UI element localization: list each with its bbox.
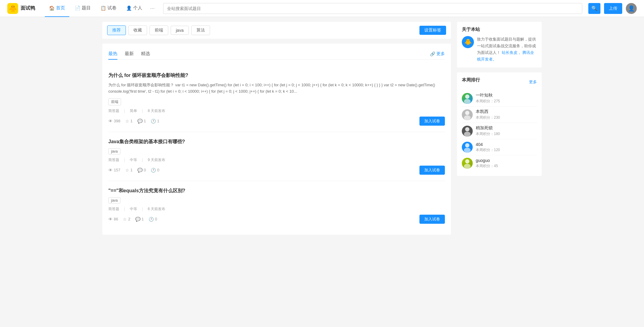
question-title[interactable]: "=="和equals方法究竟有什么区别?	[108, 187, 445, 194]
about-title: 关于本站	[462, 27, 537, 32]
comment-icon: 💬	[137, 168, 143, 173]
question-title[interactable]: 为什么 for 循环嵌套顺序会影响性能?	[108, 72, 445, 79]
rank-score-2: 本周积分：180	[476, 131, 537, 137]
question-meta: 简答题 | 中等 | 6 天前发布	[108, 206, 445, 212]
rank-info-4: guoguo 本周积分：45	[476, 158, 537, 169]
link-icon: 🔗	[430, 51, 435, 56]
about-link-1[interactable]: 站长鱼皮，	[502, 50, 521, 55]
stat-stars: ☆ 2	[123, 217, 130, 222]
q-tag[interactable]: java	[108, 197, 120, 203]
star-icon: ☆	[123, 217, 127, 222]
svg-point-7	[464, 148, 471, 153]
tab-hot[interactable]: 最热	[108, 48, 117, 60]
stats: 👁 86 ☆ 2 💬 1 🕐 0	[108, 217, 157, 222]
search-area	[163, 3, 582, 14]
question-title[interactable]: Java集合类框架的基本接口有哪些?	[108, 138, 445, 145]
rank-avatar-4	[462, 158, 473, 169]
sidebar: 关于本站 🐥 致力于收集面试题目与题解，提供一站式面试备战交流服务，助你成为面试…	[457, 22, 542, 235]
add-to-exam-button-0[interactable]: 加入试卷	[419, 117, 445, 126]
question-meta: 简答题 | 中等 | 9 天前发布	[108, 157, 445, 163]
add-to-exam-button-2[interactable]: 加入试卷	[419, 215, 445, 224]
tag-recommended[interactable]: 推荐	[107, 25, 126, 35]
stats: 👁 398 ☆ 1 💬 1 🕐 1	[108, 119, 159, 124]
svg-point-5	[464, 132, 471, 137]
nav-more[interactable]: ···	[148, 3, 157, 14]
content-area: 推荐 收藏 前端 java 算法 设置标签 最热 最新 精选 🔗 更多 为什么 …	[102, 22, 451, 235]
rank-score-1: 本周积分：230	[476, 115, 537, 120]
ranking-more-link[interactable]: 更多	[529, 79, 537, 85]
exams-icon: 📋	[100, 5, 106, 11]
rank-item: 本凯西 本周积分：230	[462, 107, 537, 123]
clock-icon: 🕐	[151, 168, 156, 173]
stat-clocks: 🕐 0	[149, 217, 157, 222]
question-meta: 简答题 | 简单 | 8 天前发布	[108, 108, 445, 114]
nav-item-profile[interactable]: 👤 个人	[122, 0, 146, 17]
nav-item-home[interactable]: 🏠 首页	[45, 0, 69, 17]
tag-java[interactable]: java	[171, 26, 189, 35]
main-nav: 🏠 首页 📄 题目 📋 试卷 👤 个人 ···	[45, 0, 157, 17]
svg-point-3	[464, 115, 471, 120]
meta-time: 8 天前发布	[148, 108, 165, 114]
clock-icon: 🕐	[151, 119, 156, 124]
about-text: 致力于收集面试题目与题解，提供一站式面试备战交流服务，助你成为面试达人！ 站长鱼…	[477, 36, 537, 63]
ranking-title: 本周排行	[462, 77, 480, 83]
search-input[interactable]	[163, 3, 582, 14]
set-tags-button[interactable]: 设置标签	[419, 26, 446, 35]
question-excerpt: 为什么 for 循环嵌套顺序会影响性能？ var t1 = new Date()…	[108, 82, 445, 95]
question-footer: 👁 157 ☆ 1 💬 0 🕐 0	[108, 166, 445, 175]
profile-icon: 👤	[126, 5, 132, 11]
avatar[interactable]: 👤	[626, 3, 637, 14]
stat-views: 👁 86	[108, 217, 118, 222]
tab-selected[interactable]: 精选	[141, 48, 150, 60]
home-icon: 🏠	[49, 5, 55, 11]
rank-name-4: guoguo	[476, 158, 537, 163]
star-icon: ☆	[125, 119, 129, 124]
avatar-image: 👤	[628, 5, 635, 12]
question-footer: 👁 86 ☆ 2 💬 1 🕐 0	[108, 215, 445, 224]
question-footer: 👁 398 ☆ 1 💬 1 🕐 1	[108, 117, 445, 126]
rank-name-0: 一叶知秋	[476, 93, 537, 98]
stat-stars: ☆ 1	[125, 119, 133, 124]
tag-favorites[interactable]: 收藏	[128, 25, 147, 35]
svg-point-0	[465, 94, 469, 99]
tab-latest[interactable]: 最新	[125, 48, 134, 60]
about-content: 🐥 致力于收集面试题目与题解，提供一站式面试备战交流服务，助你成为面试达人！ 站…	[462, 36, 537, 63]
star-icon: ☆	[125, 168, 129, 173]
tag-frontend[interactable]: 前端	[150, 25, 168, 35]
stat-clocks: 🕐 1	[151, 119, 159, 124]
more-link[interactable]: 🔗 更多	[430, 51, 445, 57]
header: 🐥 面试鸭 🏠 首页 📄 题目 📋 试卷 👤 个人 ··· 🔍 上传 �	[0, 0, 644, 17]
logo[interactable]: 🐥 面试鸭	[7, 3, 35, 14]
stat-stars: ☆ 1	[125, 168, 133, 173]
question-tags: java	[108, 148, 445, 154]
q-tag[interactable]: java	[108, 148, 120, 154]
stats: 👁 157 ☆ 1 💬 0 🕐 0	[108, 168, 159, 173]
rank-score-0: 本周积分：275	[476, 99, 537, 104]
nav-item-questions[interactable]: 📄 题目	[71, 0, 95, 17]
rank-avatar-0	[462, 93, 473, 104]
logo-icon: 🐥	[7, 3, 18, 14]
meta-time: 6 天前发布	[148, 206, 165, 212]
rank-name-1: 本凯西	[476, 109, 537, 114]
eye-icon: 👁	[108, 168, 113, 173]
q-tag[interactable]: 前端	[108, 98, 121, 105]
tag-algorithm[interactable]: 算法	[191, 25, 210, 35]
stat-views: 👁 157	[108, 168, 120, 173]
about-avatar: 🐥	[462, 36, 474, 48]
meta-difficulty: 中等	[130, 157, 137, 163]
meta-type: 简答题	[108, 108, 119, 114]
upload-button[interactable]: 上传	[604, 3, 622, 14]
svg-point-6	[465, 143, 469, 147]
rank-item: 404 本周积分：120	[462, 139, 537, 155]
nav-item-exams[interactable]: 📋 试卷	[96, 0, 121, 17]
eye-icon: 👁	[108, 119, 113, 124]
rank-avatar-2	[462, 126, 473, 137]
meta-difficulty: 中等	[130, 206, 137, 212]
stat-views: 👁 398	[108, 119, 120, 124]
add-to-exam-button-1[interactable]: 加入试卷	[419, 166, 445, 175]
search-button[interactable]: 🔍	[588, 3, 600, 14]
svg-point-2	[465, 111, 469, 115]
ranking-card: 本周排行 更多 一叶知秋 本周积分：275 本凯西 本周积分：230	[457, 72, 542, 176]
question-item: "=="和equals方法究竟有什么区别? java 简答题 | 中等 | 6 …	[108, 181, 445, 230]
question-tags: java	[108, 197, 445, 203]
